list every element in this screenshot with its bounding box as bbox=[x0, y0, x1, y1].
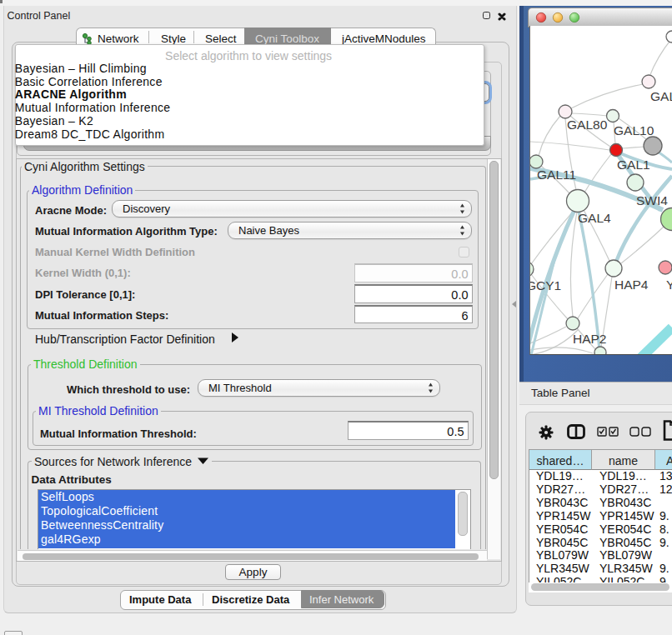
svg-text:GAL11: GAL11 bbox=[537, 168, 576, 182]
svg-text:HAP2: HAP2 bbox=[573, 332, 607, 346]
svg-text:SWI4: SWI4 bbox=[636, 193, 668, 208]
svg-text:GAL10: GAL10 bbox=[614, 123, 654, 138]
svg-text:HAP4: HAP4 bbox=[614, 278, 649, 292]
svg-text:GCY1: GCY1 bbox=[530, 278, 561, 292]
svg-text:GAL4: GAL4 bbox=[578, 211, 611, 225]
svg-text:GAL80: GAL80 bbox=[567, 118, 608, 132]
svg-text:GAL2: GAL2 bbox=[650, 89, 672, 103]
svg-text:GAL1: GAL1 bbox=[617, 158, 650, 172]
svg-text:YM: YM bbox=[666, 278, 672, 292]
